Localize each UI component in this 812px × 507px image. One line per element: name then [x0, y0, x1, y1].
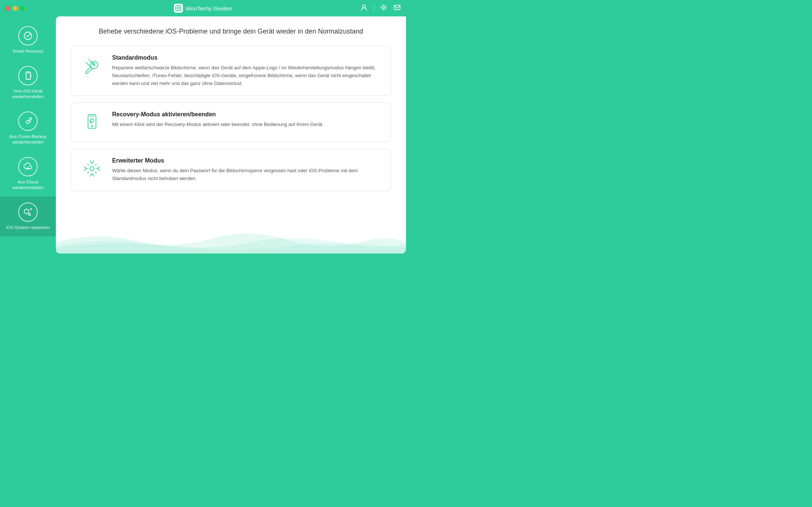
svg-point-8 — [26, 120, 29, 123]
recovery-mode-title: Recovery-Modus aktivieren/beenden — [112, 111, 381, 118]
standard-mode-card[interactable]: Standardmodus Repariere weiße/schwarze B… — [71, 46, 391, 96]
svg-rect-4 — [394, 5, 400, 10]
svg-line-11 — [86, 62, 92, 69]
sidebar-item-smart-recovery[interactable]: Smart Recovery — [0, 20, 56, 60]
titlebar: WooTechy iSeeker — [0, 0, 406, 16]
app-title: WooTechy iSeeker — [186, 5, 232, 12]
sidebar-item-ios-repair[interactable]: iOS-System reparieren — [0, 196, 56, 236]
sidebar-label-ios-repair: iOS-System reparieren — [6, 225, 50, 230]
svg-point-13 — [91, 126, 93, 127]
recovery-mode-content: Recovery-Modus aktivieren/beenden Mit ei… — [112, 111, 381, 129]
ios-device-icon — [18, 66, 38, 85]
mail-icon[interactable] — [393, 4, 401, 13]
sidebar-label-icloud-restore: Aus iCloud wiederherstellen — [3, 179, 53, 190]
settings-icon[interactable] — [380, 4, 387, 13]
recovery-mode-card[interactable]: Recovery-Modus aktivieren/beenden Mit ei… — [71, 103, 391, 142]
standard-mode-content: Standardmodus Repariere weiße/schwarze B… — [112, 54, 381, 87]
svg-point-3 — [383, 6, 385, 9]
icloud-icon — [18, 157, 38, 176]
advanced-mode-title: Erweiterter Modus — [112, 157, 381, 164]
sidebar-label-smart-recovery: Smart Recovery — [13, 48, 43, 54]
advanced-mode-desc: Wähle diesen Modus, wenn du dein Passwor… — [112, 167, 381, 183]
sidebar-item-icloud-restore[interactable]: Aus iCloud wiederherstellen — [0, 151, 56, 196]
maximize-button[interactable] — [20, 6, 25, 11]
app-icon — [174, 4, 183, 13]
svg-point-7 — [28, 78, 29, 78]
standard-mode-desc: Repariere weiße/schwarze Bildschirme, we… — [112, 64, 381, 87]
advanced-mode-content: Erweiterter Modus Wähle diesen Modus, we… — [112, 157, 381, 183]
close-button[interactable] — [5, 6, 10, 11]
content-inner: Behebe verschiedene iOS-Probleme und bri… — [56, 16, 406, 254]
svg-point-15 — [90, 167, 94, 171]
standard-mode-title: Standardmodus — [112, 54, 381, 61]
advanced-mode-card[interactable]: Erweiterter Modus Wähle diesen Modus, we… — [71, 149, 391, 191]
wrench-cross-icon — [81, 54, 103, 77]
sidebar-item-ios-restore[interactable]: Vom iOS-Gerät wiederherstellen — [0, 60, 56, 106]
gear-icon — [81, 157, 103, 180]
account-icon[interactable] — [360, 4, 368, 13]
sidebar-label-itunes-restore: Aus iTunes-Backup wiederherstellen — [3, 134, 53, 145]
main-layout: Smart Recovery Vom iOS-Gerät wiederherst… — [0, 16, 406, 254]
repair-icon — [18, 202, 38, 222]
smart-recovery-icon — [18, 26, 38, 45]
phone-recovery-icon — [81, 111, 103, 133]
titlebar-actions — [360, 4, 401, 13]
minimize-button[interactable] — [13, 6, 18, 11]
traffic-lights — [5, 6, 25, 11]
app-title-area: WooTechy iSeeker — [174, 4, 232, 13]
titlebar-divider — [374, 4, 374, 12]
sidebar: Smart Recovery Vom iOS-Gerät wiederherst… — [0, 16, 56, 254]
sidebar-item-itunes-restore[interactable]: Aus iTunes-Backup wiederherstellen — [0, 106, 56, 151]
content-area: Behebe verschiedene iOS-Probleme und bri… — [56, 16, 406, 254]
sidebar-label-ios-restore: Vom iOS-Gerät wiederherstellen — [3, 88, 53, 100]
itunes-icon — [18, 111, 38, 131]
recovery-mode-desc: Mit einem Klick wird der Recovery-Modus … — [112, 121, 381, 129]
svg-rect-0 — [176, 6, 181, 11]
svg-point-2 — [362, 5, 365, 8]
svg-point-1 — [177, 7, 180, 9]
page-title: Behebe verschiedene iOS-Probleme und bri… — [71, 28, 391, 35]
